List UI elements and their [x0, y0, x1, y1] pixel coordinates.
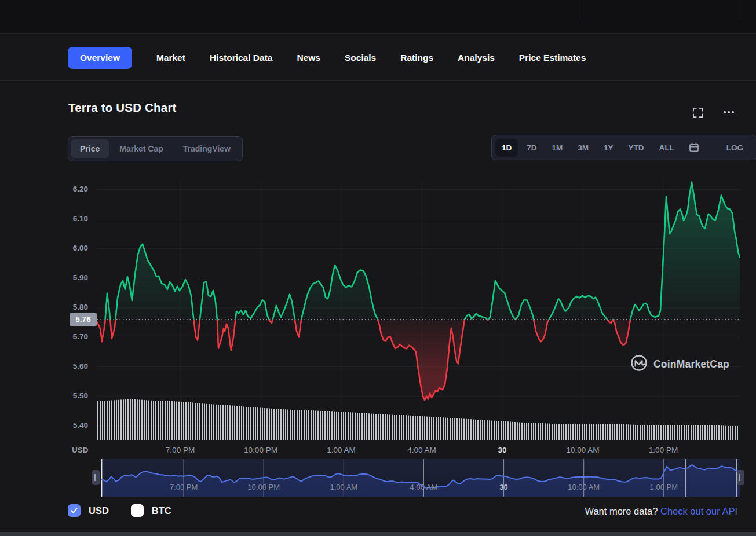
y-axis: 6.206.106.005.905.805.705.605.505.40 [0, 179, 93, 440]
fullscreen-icon[interactable] [691, 106, 704, 119]
navigator-tick-label: 10:00 PM [247, 483, 280, 491]
range-picker: 1D 7D 1M 3M 1Y YTD ALL LOG [491, 135, 756, 160]
tabs-divider [0, 80, 756, 81]
range-7d[interactable]: 7D [520, 139, 543, 157]
calendar-icon[interactable] [683, 139, 705, 156]
terra-usd-chart-page: Overview Market Historical Data News Soc… [0, 0, 756, 536]
x-tick-label: 4:00 AM [407, 446, 436, 454]
more-options-icon[interactable] [722, 106, 735, 119]
api-link[interactable]: Check out our API [660, 506, 737, 516]
navigator-tick-label: 1:00 PM [650, 483, 678, 491]
range-3m[interactable]: 3M [571, 139, 595, 157]
tab-historical-data[interactable]: Historical Data [210, 53, 273, 63]
usd-checkbox[interactable] [68, 504, 81, 517]
range-1m[interactable]: 1M [546, 139, 569, 157]
y-axis-unit-label: USD [72, 446, 89, 454]
page-title: Terra to USD Chart [68, 101, 177, 115]
next-section-edge [0, 532, 756, 536]
drag-handle-left-icon[interactable] [92, 470, 100, 485]
api-prompt-text: Want more data? [585, 506, 658, 516]
toggle-tradingview[interactable]: TradingView [174, 139, 240, 158]
y-tick-label: 5.80 [73, 303, 88, 311]
y-tick-label: 6.20 [73, 185, 88, 193]
y-tick-label: 5.50 [73, 391, 88, 400]
y-tick-label: 5.90 [73, 273, 88, 282]
y-tick-label: 6.00 [73, 244, 88, 252]
x-tick-label: 10:00 AM [566, 446, 599, 454]
range-log[interactable]: LOG [720, 139, 750, 157]
header-searchbox-edge-right [740, 0, 740, 19]
chart-type-toggle: Price Market Cap TradingView [68, 136, 243, 161]
coinmarketcap-logo [630, 354, 648, 374]
y-tick-label: 5.40 [73, 421, 88, 429]
navigator-tick-label: 7:00 PM [170, 483, 198, 491]
x-tick-label: 30 [498, 446, 506, 454]
usd-checkbox-label: USD [89, 505, 109, 516]
btc-checkbox[interactable] [131, 504, 144, 517]
tab-overview[interactable]: Overview [68, 47, 132, 69]
toggle-market-cap[interactable]: Market Cap [110, 139, 172, 158]
range-ytd[interactable]: YTD [622, 139, 651, 157]
x-axis: 7:00 PM10:00 PM1:00 AM4:00 AM3010:00 AM1… [97, 446, 740, 457]
y-tick-label: 5.60 [73, 362, 88, 370]
tab-socials[interactable]: Socials [345, 53, 376, 63]
watermark-label: CoinMarketCap [653, 358, 729, 370]
tab-price-estimates[interactable]: Price Estimates [519, 53, 586, 63]
navigator-tick-label: 4:00 AM [410, 483, 438, 491]
currency-legend: USD BTC [68, 504, 185, 517]
x-tick-label: 1:00 PM [649, 446, 678, 454]
btc-checkbox-label: BTC [152, 505, 171, 516]
section-tabs: Overview Market Historical Data News Soc… [68, 45, 586, 71]
header-searchbox-edge-left [582, 0, 582, 19]
x-tick-label: 1:00 AM [327, 446, 356, 454]
chart-navigator[interactable]: 7:00 PM10:00 PM1:00 AM4:00 AM3010:00 AM1… [101, 459, 740, 497]
navigator-tick-label: 10:00 AM [568, 483, 600, 491]
tab-news[interactable]: News [297, 53, 320, 63]
navigator-tick-label: 30 [499, 483, 507, 491]
drag-handle-right-icon[interactable] [737, 470, 744, 485]
toggle-price[interactable]: Price [71, 139, 109, 158]
y-tick-label: 6.10 [73, 214, 88, 223]
y-tick-label: 5.70 [73, 332, 88, 341]
tab-ratings[interactable]: Ratings [400, 53, 433, 63]
x-tick-label: 10:00 PM [244, 446, 277, 454]
tab-analysis[interactable]: Analysis [458, 53, 495, 63]
navigator-tick-label: 1:00 AM [330, 483, 357, 491]
range-1d[interactable]: 1D [495, 139, 518, 157]
price-chart-plot[interactable] [97, 179, 740, 440]
tab-market[interactable]: Market [156, 53, 185, 63]
range-1y[interactable]: 1Y [597, 139, 620, 157]
x-tick-label: 7:00 PM [166, 446, 195, 454]
range-all[interactable]: ALL [653, 139, 681, 157]
current-price-badge: 5.76 [70, 313, 97, 326]
top-header-strip [0, 0, 756, 34]
coinmarketcap-watermark: CoinMarketCap [630, 354, 729, 374]
